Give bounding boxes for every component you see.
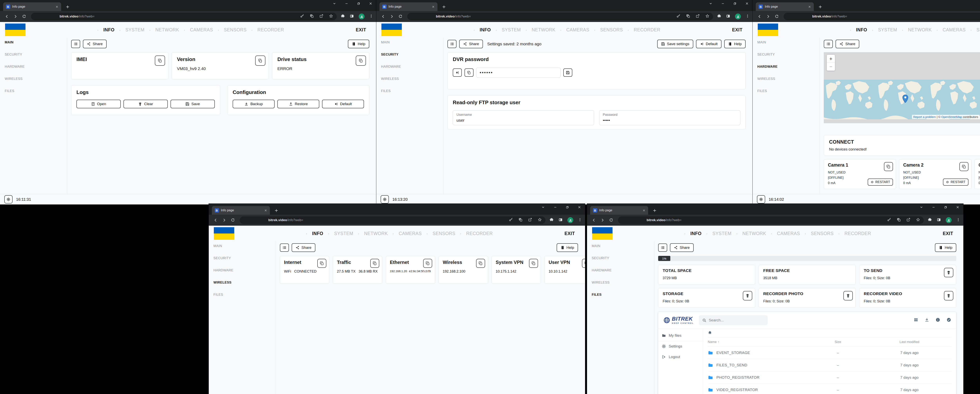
forward-button[interactable] <box>221 217 228 224</box>
dvr-password-input[interactable]: •••••• <box>476 67 560 78</box>
new-tab-button[interactable] <box>652 208 657 213</box>
clear-trash-button[interactable] <box>944 268 953 277</box>
action-default-button[interactable]: Default <box>696 40 721 48</box>
window-close-button[interactable] <box>578 206 581 210</box>
camera-restart-button[interactable]: RESTART <box>868 179 893 186</box>
tab-close-icon[interactable] <box>56 5 59 8</box>
forward-button[interactable] <box>388 13 396 20</box>
new-tab-button[interactable] <box>442 5 446 9</box>
sidebar-item-hardware[interactable]: HARDWARE <box>213 268 276 272</box>
address-bar[interactable]: bitrek.video/info?web= <box>240 217 546 224</box>
nav-item-recorder[interactable]: RECORDER <box>258 27 284 33</box>
file-row[interactable]: VIDEO_REGISTRATOR–7 days ago <box>708 384 951 394</box>
configuration-restore-button[interactable]: Restore <box>277 100 319 108</box>
sidebar-item-hardware[interactable]: HARDWARE <box>5 65 67 69</box>
location-map[interactable]: +−Report a problem | © OpenStreetMap con… <box>824 52 980 123</box>
sidebar-item-files[interactable]: FILES <box>213 293 276 297</box>
list-view-button[interactable] <box>824 40 833 48</box>
clear-trash-button[interactable] <box>743 291 752 300</box>
window-close-button[interactable] <box>956 206 959 210</box>
list-view-button[interactable] <box>658 244 667 252</box>
nav-item-sensors[interactable]: SENSORS <box>433 231 455 236</box>
sidebar-item-hardware[interactable]: HARDWARE <box>592 268 654 272</box>
menu-item-logout[interactable]: Logout <box>658 352 703 362</box>
profile-avatar[interactable]: Д <box>359 14 364 19</box>
bookmark-star-icon[interactable] <box>329 14 333 19</box>
nav-item-sensors[interactable]: SENSORS <box>600 27 623 33</box>
sidebar-item-security[interactable]: SECURITY <box>5 53 67 56</box>
reload-button[interactable] <box>229 217 237 224</box>
nav-item-cameras[interactable]: CAMERAS <box>943 27 966 33</box>
nav-item-info[interactable]: INFO <box>480 27 491 33</box>
browser-tab[interactable]: BInfo page <box>3 2 61 11</box>
kebab-menu-icon[interactable] <box>746 14 749 19</box>
sidebar-item-wireless[interactable]: WIRELESS <box>592 281 654 284</box>
password-key-icon[interactable] <box>676 14 681 19</box>
nav-item-recorder[interactable]: RECORDER <box>466 231 493 236</box>
browser-tab[interactable]: BInfo page <box>590 206 648 215</box>
copy-button[interactable] <box>476 259 485 268</box>
nav-item-info[interactable]: INFO <box>856 27 867 33</box>
nav-item-network[interactable]: NETWORK <box>532 27 555 33</box>
share-button[interactable]: Share <box>459 40 483 48</box>
browser-tab[interactable]: BInfo page <box>212 206 270 215</box>
action-help-button[interactable]: Help <box>348 40 369 48</box>
nav-item-system[interactable]: SYSTEM <box>334 231 353 236</box>
side-panel-icon[interactable] <box>726 14 730 19</box>
extensions-puzzle-icon[interactable] <box>340 14 345 19</box>
info-icon[interactable] <box>935 317 940 323</box>
sidebar-item-main[interactable]: MAIN <box>381 40 443 44</box>
window-restore-button[interactable] <box>357 2 360 6</box>
send-page-icon[interactable] <box>695 14 700 19</box>
profile-avatar[interactable]: Д <box>735 14 741 19</box>
reload-button[interactable] <box>773 13 781 20</box>
logs-clear-button[interactable]: Clear <box>124 100 168 108</box>
extensions-puzzle-icon[interactable] <box>928 218 932 223</box>
address-bar[interactable]: bitrek.video/info?web= <box>31 13 337 20</box>
send-page-icon[interactable] <box>319 14 323 19</box>
nav-item-recorder[interactable]: RECORDER <box>845 231 871 236</box>
window-restore-button[interactable] <box>944 206 947 210</box>
new-tab-button[interactable] <box>818 5 822 9</box>
password-key-icon[interactable] <box>300 14 304 19</box>
kebab-menu-icon[interactable] <box>369 14 373 19</box>
exit-link[interactable]: EXIT <box>356 27 366 33</box>
new-tab-button[interactable] <box>274 208 278 213</box>
nav-item-sensors[interactable]: SENSORS <box>224 27 247 33</box>
logs-open-button[interactable]: Open <box>76 100 121 108</box>
exit-link[interactable]: EXIT <box>943 231 953 236</box>
bookmark-star-icon[interactable] <box>705 14 710 19</box>
browser-tab[interactable]: BInfo page <box>379 2 438 11</box>
extensions-puzzle-icon[interactable] <box>549 218 554 223</box>
reload-button[interactable] <box>397 13 404 20</box>
camera-restart-button[interactable]: RESTART <box>943 179 968 186</box>
copy-button[interactable] <box>255 56 266 66</box>
profile-avatar[interactable]: Д <box>568 217 573 223</box>
sidebar-item-hardware[interactable]: HARDWARE <box>757 65 820 69</box>
copy-button[interactable] <box>155 56 165 66</box>
copy-button[interactable] <box>356 56 366 66</box>
ukraine-flag-logo[interactable] <box>592 227 612 240</box>
share-button[interactable]: Share <box>835 40 859 48</box>
action-help-button[interactable]: Help <box>935 243 956 252</box>
password-key-icon[interactable] <box>509 218 513 223</box>
nav-item-network[interactable]: NETWORK <box>743 231 766 236</box>
sidebar-item-wireless[interactable]: WIRELESS <box>5 77 67 81</box>
side-panel-icon[interactable] <box>558 218 563 223</box>
ukraine-flag-logo[interactable] <box>214 227 234 240</box>
download-icon[interactable] <box>924 317 929 323</box>
nav-item-system[interactable]: SYSTEM <box>878 27 897 33</box>
window-minimize-button[interactable] <box>345 2 348 6</box>
translate-icon[interactable] <box>897 218 901 223</box>
column-size[interactable]: Size <box>808 340 867 344</box>
share-button[interactable]: Share <box>670 243 694 252</box>
share-button[interactable]: Share <box>292 243 315 252</box>
sidebar-item-main[interactable]: MAIN <box>757 40 820 44</box>
nav-item-network[interactable]: NETWORK <box>908 27 932 33</box>
window-menu-chevron-icon[interactable] <box>920 206 923 210</box>
dvr-reset-button[interactable] <box>453 69 462 77</box>
nav-item-recorder[interactable]: RECORDER <box>634 27 660 33</box>
back-button[interactable] <box>590 217 598 224</box>
sidebar-item-files[interactable]: FILES <box>5 89 67 93</box>
sidebar-item-files[interactable]: FILES <box>592 293 654 297</box>
